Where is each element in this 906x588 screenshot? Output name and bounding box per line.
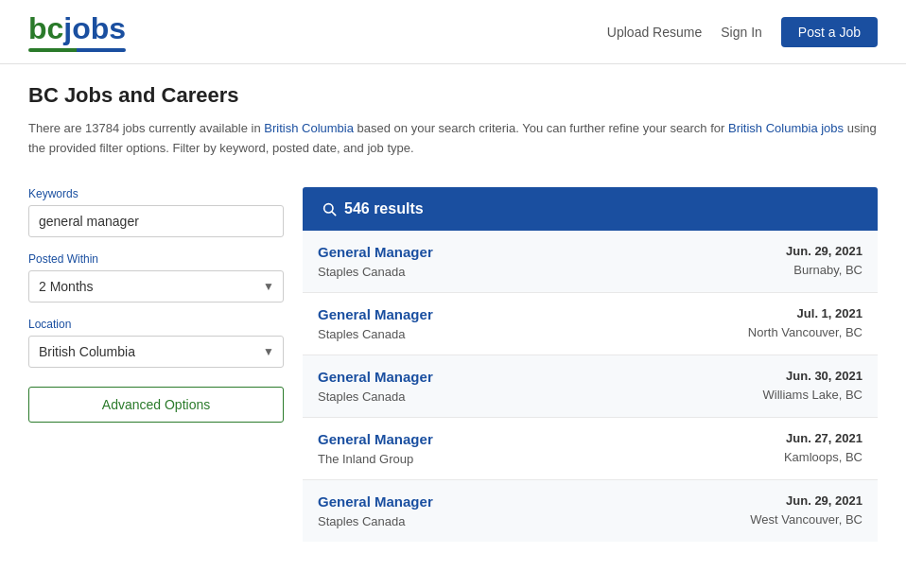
job-list-item[interactable]: General Manager The Inland Group Jun. 27… — [303, 418, 878, 480]
location-label: Location — [28, 318, 284, 331]
page-title: BC Jobs and Careers — [28, 83, 878, 108]
job-list-item[interactable]: General Manager Staples Canada Jun. 29, … — [303, 231, 878, 293]
location-select-wrapper: British Columbia Alberta Manitoba Ontari… — [28, 336, 284, 368]
job-title-4[interactable]: General Manager — [318, 493, 433, 510]
search-icon — [322, 201, 337, 216]
site-logo[interactable]: bcjobs — [28, 11, 126, 52]
job-company-0: Staples Canada — [318, 265, 406, 279]
job-date-3: Jun. 27, 2021 — [784, 431, 862, 445]
keywords-input[interactable] — [28, 205, 284, 237]
posted-within-filter: Posted Within 2 Months 1 Week 2 Weeks 1 … — [28, 252, 284, 303]
page-header-section: BC Jobs and Careers There are 13784 jobs… — [0, 64, 906, 168]
sign-in-link[interactable]: Sign In — [721, 25, 762, 40]
keywords-filter: Keywords — [28, 187, 284, 237]
posted-within-select-wrapper: 2 Months 1 Week 2 Weeks 1 Month 3 Months… — [28, 270, 284, 303]
job-right-1: Jul. 1, 2021 North Vancouver, BC — [748, 306, 862, 339]
job-left-3: General Manager The Inland Group — [318, 431, 433, 466]
svg-line-1 — [332, 212, 336, 216]
job-company-1: Staples Canada — [318, 327, 406, 341]
job-location-0: Burnaby, BC — [793, 263, 862, 277]
job-right-3: Jun. 27, 2021 Kamloops, BC — [784, 431, 862, 464]
results-panel: 546 results General Manager Staples Cana… — [303, 187, 878, 542]
job-company-3: The Inland Group — [318, 452, 413, 466]
job-company-2: Staples Canada — [318, 389, 406, 404]
site-header: bcjobs Upload Resume Sign In Post a Job — [0, 0, 906, 64]
desc-text-1: There are 13784 jobs currently available… — [28, 121, 264, 135]
upload-resume-link[interactable]: Upload Resume — [607, 25, 702, 40]
logo-jobs: jobs — [63, 11, 126, 45]
advanced-options-button[interactable]: Advanced Options — [28, 387, 284, 423]
job-date-1: Jul. 1, 2021 — [748, 306, 862, 320]
posted-within-label: Posted Within — [28, 252, 284, 266]
location-select[interactable]: British Columbia Alberta Manitoba Ontari… — [28, 336, 284, 368]
job-list-item[interactable]: General Manager Staples Canada Jun. 29, … — [303, 480, 878, 542]
job-left-0: General Manager Staples Canada — [318, 244, 433, 279]
job-location-3: Kamloops, BC — [784, 450, 862, 464]
job-title-2[interactable]: General Manager — [318, 369, 433, 385]
posted-within-select[interactable]: 2 Months 1 Week 2 Weeks 1 Month 3 Months… — [28, 270, 284, 303]
logo-underline — [28, 48, 126, 52]
job-left-1: General Manager Staples Canada — [318, 306, 433, 341]
job-location-2: Williams Lake, BC — [763, 388, 862, 402]
job-title-0[interactable]: General Manager — [318, 244, 433, 260]
job-title-1[interactable]: General Manager — [318, 306, 433, 322]
job-right-4: Jun. 29, 2021 West Vancouver, BC — [750, 493, 862, 527]
page-description: There are 13784 jobs currently available… — [28, 119, 878, 159]
post-job-button[interactable]: Post a Job — [781, 17, 878, 47]
header-nav: Upload Resume Sign In Post a Job — [607, 17, 878, 47]
results-header: 546 results — [303, 187, 878, 231]
job-right-2: Jun. 30, 2021 Williams Lake, BC — [763, 369, 862, 402]
job-date-2: Jun. 30, 2021 — [763, 369, 862, 383]
job-date-0: Jun. 29, 2021 — [786, 244, 862, 258]
bc-link-2[interactable]: British Columbia jobs — [728, 121, 844, 135]
job-left-2: General Manager Staples Canada — [318, 369, 433, 404]
job-right-0: Jun. 29, 2021 Burnaby, BC — [786, 244, 862, 277]
sidebar-filters: Keywords Posted Within 2 Months 1 Week 2… — [28, 187, 284, 542]
main-content: Keywords Posted Within 2 Months 1 Week 2… — [0, 168, 906, 561]
desc-text-2: based on your search criteria. You can f… — [354, 121, 728, 135]
job-list-item[interactable]: General Manager Staples Canada Jul. 1, 2… — [303, 293, 878, 355]
location-filter: Location British Columbia Alberta Manito… — [28, 318, 284, 368]
results-count: 546 results — [344, 200, 424, 217]
job-location-1: North Vancouver, BC — [748, 325, 862, 339]
job-title-3[interactable]: General Manager — [318, 431, 433, 447]
job-list: General Manager Staples Canada Jun. 29, … — [303, 231, 878, 542]
job-left-4: General Manager Staples Canada — [318, 493, 433, 528]
bc-link-1[interactable]: British Columbia — [264, 121, 354, 135]
job-company-4: Staples Canada — [318, 514, 406, 528]
job-list-item[interactable]: General Manager Staples Canada Jun. 30, … — [303, 355, 878, 418]
keywords-label: Keywords — [28, 187, 284, 200]
logo-bc: bc — [28, 11, 63, 45]
job-date-4: Jun. 29, 2021 — [750, 493, 862, 508]
job-location-4: West Vancouver, BC — [750, 512, 862, 527]
